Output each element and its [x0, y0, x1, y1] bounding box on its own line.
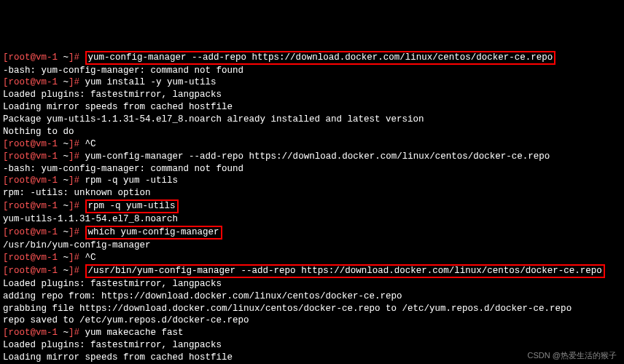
shell-prompt: [root@vm-1 ~]# — [3, 253, 79, 263]
terminal-line: -bash: yum-config-manager: command not f… — [3, 65, 621, 77]
prompt-user-host: [root@vm-1 — [3, 175, 58, 186]
prompt-end: ]# — [69, 227, 79, 237]
prompt-path: ~ — [63, 175, 69, 186]
prompt-end: ]# — [69, 253, 79, 263]
prompt-user-host: [root@vm-1 — [3, 201, 58, 211]
prompt-path: ~ — [63, 266, 69, 276]
shell-prompt: [root@vm-1 ~]# — [3, 266, 79, 276]
terminal-line: grabbing file https://download.docker.co… — [3, 303, 621, 315]
shell-prompt: [root@vm-1 ~]# — [3, 328, 79, 338]
shell-prompt: [root@vm-1 ~]# — [3, 139, 79, 149]
prompt-user-host: [root@vm-1 — [3, 52, 58, 63]
highlighted-command: which yum-config-manager — [85, 226, 222, 240]
command-text: yum install -y yum-utils — [85, 77, 217, 87]
prompt-end: ]# — [69, 139, 79, 149]
output-text: -bash: yum-config-manager: command not f… — [3, 66, 243, 76]
output-text: grabbing file https://download.docker.co… — [3, 304, 572, 314]
watermark-text: CSDN @热爱生活的猴子 — [528, 350, 617, 361]
output-text: Loaded plugins: fastestmirror, langpacks — [3, 90, 222, 100]
highlighted-command: /usr/bin/yum-config-manager --add-repo h… — [85, 264, 605, 278]
prompt-end: ]# — [69, 328, 79, 338]
prompt-path: ~ — [63, 201, 69, 211]
terminal-line: [root@vm-1 ~]# ^C — [3, 252, 621, 264]
output-text: Loading mirror speeds from cached hostfi… — [3, 352, 233, 363]
prompt-end: ]# — [69, 175, 79, 186]
terminal-line: [root@vm-1 ~]# which yum-config-manager — [3, 226, 621, 240]
shell-prompt: [root@vm-1 ~]# — [3, 77, 79, 87]
terminal-line: repo saved to /etc/yum.repos.d/docker-ce… — [3, 314, 621, 327]
output-text: yum-utils-1.1.31-54.el7_8.noarch — [3, 214, 178, 224]
prompt-path: ~ — [63, 227, 69, 237]
prompt-user-host: [root@vm-1 — [3, 77, 58, 87]
shell-prompt: [root@vm-1 ~]# — [3, 175, 79, 186]
command-text: yum-config-manager --add-repo https://do… — [85, 151, 550, 162]
terminal-line: [root@vm-1 ~]# ^C — [3, 138, 621, 151]
terminal-line: [root@vm-1 ~]# yum makecache fast — [3, 327, 621, 339]
prompt-path: ~ — [63, 328, 69, 338]
prompt-user-host: [root@vm-1 — [3, 151, 58, 162]
terminal-line: Loaded plugins: fastestmirror, langpacks — [3, 89, 621, 101]
prompt-user-host: [root@vm-1 — [3, 253, 58, 263]
terminal-line: Loading mirror speeds from cached hostfi… — [3, 101, 621, 114]
highlighted-command: rpm -q yum-utils — [85, 199, 179, 213]
output-text: Loaded plugins: fastestmirror, langpacks — [3, 340, 222, 350]
shell-prompt: [root@vm-1 ~]# — [3, 227, 79, 237]
prompt-path: ~ — [63, 52, 69, 63]
output-text: rpm: -utils: unknown option — [3, 188, 151, 198]
prompt-end: ]# — [69, 52, 79, 63]
command-text: ^C — [85, 253, 96, 263]
output-text: adding repo from: https://download.docke… — [3, 291, 402, 301]
terminal-line: Package yum-utils-1.1.31-54.el7_8.noarch… — [3, 114, 621, 126]
prompt-path: ~ — [63, 151, 69, 162]
terminal-line: [root@vm-1 ~]# yum-config-manager --add-… — [3, 151, 621, 163]
terminal-line: rpm: -utils: unknown option — [3, 187, 621, 199]
output-text: /usr/bin/yum-config-manager — [3, 240, 151, 250]
command-text: rpm -q yum -utils — [85, 175, 179, 186]
prompt-path: ~ — [63, 139, 69, 149]
prompt-end: ]# — [69, 266, 79, 276]
prompt-end: ]# — [69, 77, 79, 87]
prompt-path: ~ — [63, 77, 69, 87]
shell-prompt: [root@vm-1 ~]# — [3, 52, 79, 63]
prompt-end: ]# — [69, 151, 79, 162]
prompt-user-host: [root@vm-1 — [3, 328, 58, 338]
prompt-user-host: [root@vm-1 — [3, 139, 58, 149]
terminal-line: -bash: yum-config-manager: command not f… — [3, 163, 621, 175]
shell-prompt: [root@vm-1 ~]# — [3, 201, 79, 211]
prompt-end: ]# — [69, 201, 79, 211]
output-text: Loaded plugins: fastestmirror, langpacks — [3, 279, 222, 289]
terminal-line: /usr/bin/yum-config-manager — [3, 240, 621, 252]
terminal-line: Loaded plugins: fastestmirror, langpacks — [3, 278, 621, 290]
output-text: Nothing to do — [3, 127, 74, 137]
shell-prompt: [root@vm-1 ~]# — [3, 151, 79, 162]
prompt-path: ~ — [63, 253, 69, 263]
terminal-line: [root@vm-1 ~]# yum-config-manager --add-… — [3, 51, 621, 65]
output-text: Loading mirror speeds from cached hostfi… — [3, 102, 233, 112]
command-text: yum makecache fast — [85, 328, 184, 338]
terminal-line: [root@vm-1 ~]# yum install -y yum-utils — [3, 76, 621, 89]
terminal-line: Nothing to do — [3, 126, 621, 138]
output-text: -bash: yum-config-manager: command not f… — [3, 164, 243, 174]
output-text: repo saved to /etc/yum.repos.d/docker-ce… — [3, 315, 249, 325]
highlighted-command: yum-config-manager --add-repo https://do… — [85, 51, 556, 65]
terminal-output[interactable]: [root@vm-1 ~]# yum-config-manager --add-… — [3, 51, 621, 365]
prompt-user-host: [root@vm-1 — [3, 266, 58, 276]
terminal-line: adding repo from: https://download.docke… — [3, 290, 621, 303]
terminal-line: [root@vm-1 ~]# /usr/bin/yum-config-manag… — [3, 264, 621, 278]
terminal-line: [root@vm-1 ~]# rpm -q yum-utils — [3, 199, 621, 213]
command-text: ^C — [85, 139, 96, 149]
output-text: Package yum-utils-1.1.31-54.el7_8.noarch… — [3, 114, 424, 124]
prompt-user-host: [root@vm-1 — [3, 227, 58, 237]
terminal-line: yum-utils-1.1.31-54.el7_8.noarch — [3, 213, 621, 226]
terminal-line: [root@vm-1 ~]# rpm -q yum -utils — [3, 175, 621, 187]
